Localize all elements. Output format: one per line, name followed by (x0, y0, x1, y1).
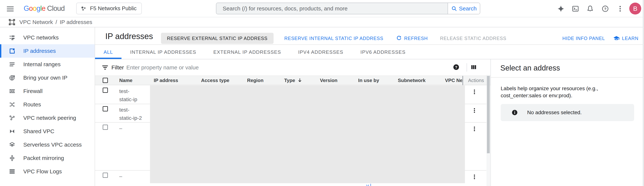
logo-google: Google (24, 4, 46, 12)
sidebar-item-label: VPC networks (23, 34, 59, 41)
page-scrollbar[interactable] (643, 0, 644, 186)
sidebar: VPC networksIP addressesInternal rangesB… (0, 27, 95, 186)
reserve-internal-static-ip-button[interactable]: RESERVE INTERNAL STATIC IP ADDRESS (284, 36, 383, 41)
page-title: IP addresses (105, 32, 153, 41)
info-notice-text: No addresses selected. (527, 110, 582, 116)
firewall-icon (9, 88, 16, 94)
breadcrumb: VPC Network / IP addresses (0, 17, 644, 27)
reserve-external-static-ip-button[interactable]: RESERVE EXTERNAL STATIC IP ADDRESS (161, 33, 274, 44)
help-icon[interactable]: ? (602, 5, 609, 12)
sidebar-item-serverless-vpc-access[interactable]: Serverless VPC access (0, 138, 95, 151)
tab-all[interactable]: ALL (95, 45, 122, 59)
top-bar: GoogleCloud F5 Networks Public Search (/… (0, 0, 644, 17)
gemini-sparkle-icon[interactable] (557, 5, 564, 12)
clipped-link-fragment: v| (366, 183, 372, 186)
info-panel-notice: No addresses selected. (501, 104, 634, 121)
column-header-ip-address[interactable]: IP address (154, 76, 178, 85)
select-all-checkbox[interactable] (103, 78, 108, 83)
google-cloud-logo: GoogleCloud (24, 4, 65, 12)
breadcrumb-page: IP addresses (60, 19, 92, 25)
column-header-in-use-by[interactable]: In use by (358, 76, 379, 85)
sidebar-item-packet-mirroring[interactable]: Packet mirroring (0, 151, 95, 165)
serverless-icon (9, 141, 16, 148)
tab-internal-ip-addresses[interactable]: INTERNAL IP ADDRESSES (122, 45, 205, 59)
filter-bar: Filter Enter property name or value ? (95, 59, 490, 75)
menu-icon[interactable] (6, 5, 14, 13)
avatar-initial: B (633, 5, 638, 12)
project-selector[interactable]: F5 Networks Public (76, 2, 142, 14)
sidebar-item-bring-your-own-ip[interactable]: Bring your own IP (0, 71, 95, 84)
logo-letter: o (33, 4, 36, 12)
sidebar-item-label: Bring your own IP (23, 75, 68, 81)
tab-ipv6-addresses[interactable]: IPV6 ADDRESSES (352, 45, 414, 59)
tab-external-ip-addresses[interactable]: EXTERNAL IP ADDRESSES (205, 45, 290, 59)
avatar[interactable]: B (629, 2, 641, 14)
sidebar-item-routes[interactable]: Routes (0, 98, 95, 111)
row-checkbox[interactable] (103, 106, 108, 111)
column-header-name[interactable]: Name (119, 76, 132, 85)
filter-icon (102, 64, 109, 71)
refresh-label: REFRESH (404, 36, 428, 41)
sidebar-item-vpc-flow-logs[interactable]: VPC Flow Logs (0, 165, 95, 178)
logo-letter: o (29, 4, 33, 12)
filter-label: Filter (112, 64, 124, 71)
sidebar-item-firewall[interactable]: Firewall (0, 84, 95, 98)
column-divider (462, 76, 463, 85)
internal-ranges-icon (9, 61, 16, 68)
row-actions-menu[interactable] (470, 87, 478, 97)
column-header-subnetwork[interactable]: Subnetwork (398, 76, 426, 85)
cloud-shell-icon[interactable] (572, 5, 579, 12)
header-actions: RESERVE EXTERNAL STATIC IP ADDRESS RESER… (161, 33, 506, 44)
row-actions-menu[interactable] (470, 124, 478, 134)
search-bar: Search (/) for resources, docs, products… (216, 2, 480, 14)
learn-button[interactable]: LEARN (613, 33, 638, 44)
sidebar-item-vpc-networks[interactable]: VPC networks (0, 31, 95, 44)
vpc-network-icon (8, 18, 16, 26)
column-header-version[interactable]: Version (320, 76, 338, 85)
sidebar-item-internal-ranges[interactable]: Internal ranges (0, 58, 95, 71)
sidebar-item-label: Shared VPC (23, 128, 54, 135)
sidebar-item-ip-addresses[interactable]: IP addresses (0, 44, 95, 58)
column-header-vpc-network[interactable]: VPC Network (445, 76, 462, 85)
hide-info-panel-button[interactable]: HIDE INFO PANEL (562, 33, 605, 44)
search-icon (451, 5, 457, 11)
sidebar-item-shared-vpc[interactable]: Shared VPC (0, 125, 95, 138)
search-button[interactable]: Search (448, 3, 480, 14)
info-panel-title: Select an address (500, 64, 560, 72)
table-scrollbar-thumb[interactable] (487, 76, 490, 153)
project-name: F5 Networks Public (90, 5, 136, 11)
row-checkbox[interactable] (103, 173, 108, 178)
row-checkbox[interactable] (103, 125, 108, 130)
search-input[interactable]: Search (/) for resources, docs, products… (216, 3, 448, 14)
sort-arrow-icon (297, 78, 302, 83)
column-display-options-icon[interactable] (470, 64, 477, 70)
column-header-label: Actions (468, 78, 484, 83)
column-header-label: Subnetwork (398, 78, 426, 83)
sidebar-item-vpc-network-peering[interactable]: VPC network peering (0, 111, 95, 125)
tab-ipv4-addresses[interactable]: IPV4 ADDRESSES (290, 45, 352, 59)
filter-input[interactable]: Enter property name or value (126, 64, 199, 71)
sidebar-item-label: Routes (23, 101, 41, 108)
column-header-type[interactable]: Type (284, 76, 302, 85)
column-header-actions[interactable]: Actions (468, 76, 484, 85)
filter-help-icon[interactable]: ? (453, 64, 460, 70)
release-static-address-button[interactable]: RELEASE STATIC ADDRESS (440, 36, 506, 41)
refresh-button[interactable]: REFRESH (396, 35, 428, 41)
logo-letter: g (36, 4, 40, 12)
notifications-bell-icon[interactable] (586, 5, 594, 12)
breadcrumb-section[interactable]: VPC Network (20, 19, 53, 25)
column-header-region[interactable]: Region (247, 76, 264, 85)
row-checkbox[interactable] (103, 88, 108, 93)
peering-icon (9, 115, 16, 121)
flow-logs-icon (9, 168, 16, 175)
svg-text:?: ? (604, 7, 606, 11)
row-actions-icon (472, 106, 478, 115)
tab-bar: ALLINTERNAL IP ADDRESSESEXTERNAL IP ADDR… (95, 45, 414, 59)
svg-text:?: ? (455, 65, 457, 69)
row-actions-menu[interactable] (470, 172, 478, 182)
more-options-icon[interactable] (616, 5, 624, 12)
column-header-access-type[interactable]: Access type (201, 76, 230, 85)
row-actions-menu[interactable] (470, 105, 478, 116)
column-header-label: Name (119, 78, 132, 83)
school-icon (613, 35, 620, 42)
